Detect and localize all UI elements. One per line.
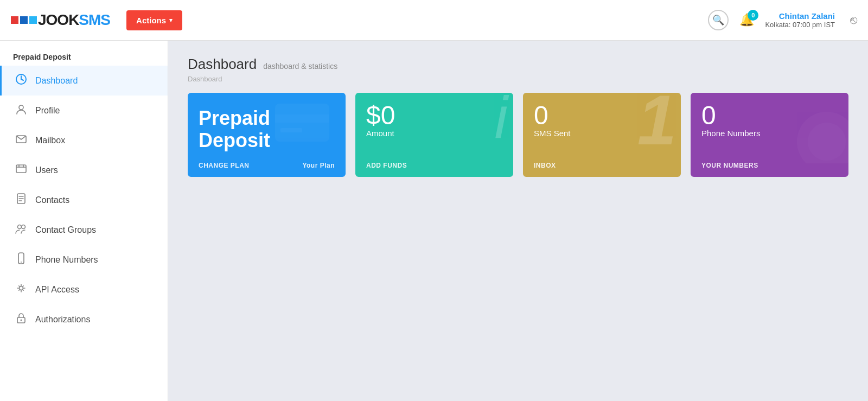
svg-point-8: [21, 262, 22, 263]
page-subtitle: dashboard & statistics: [263, 62, 337, 71]
sidebar-item-api-access-label: API Access: [35, 285, 79, 295]
phone-numbers-card[interactable]: 0 Phone Numbers YOUR NUMBERS: [691, 93, 848, 177]
svg-point-11: [21, 320, 22, 321]
svg-point-1: [19, 105, 23, 110]
topbar: JOOKSMS Actions ▾ 🔍 🔔 0 Chintan Zalani K…: [0, 0, 868, 41]
dashboard-cards: Prepaid Deposit CHANGE PLAN Your Plan i …: [188, 93, 848, 177]
sidebar-item-contacts-label: Contacts: [35, 195, 69, 205]
prepaid-deposit-title: Prepaid Deposit: [199, 107, 335, 152]
sidebar-item-users-label: Users: [35, 166, 58, 175]
sidebar-item-dashboard[interactable]: Dashboard: [0, 66, 168, 96]
sms-sent-footer: INBOX: [534, 162, 670, 169]
search-icon: 🔍: [712, 14, 724, 26]
sidebar-item-phone-numbers[interactable]: Phone Numbers: [0, 245, 168, 275]
logo-icon: [11, 16, 37, 24]
contact-groups-icon: [15, 222, 28, 237]
page-header: Dashboard dashboard & statistics Dashboa…: [188, 56, 848, 83]
notifications-button[interactable]: 🔔 0: [739, 13, 754, 27]
logo-jook-text: JOOK: [38, 11, 79, 28]
logout-button[interactable]: ⎋: [850, 13, 857, 27]
prepaid-deposit-card[interactable]: Prepaid Deposit CHANGE PLAN Your Plan: [188, 93, 346, 177]
contacts-icon: [15, 193, 28, 207]
your-plan-label: Your Plan: [302, 162, 335, 169]
logo-sms-text: SMS: [79, 11, 110, 28]
user-time: Kolkata: 07:00 pm IST: [765, 21, 835, 29]
main-layout: Prepaid Deposit Dashboard Profile: [0, 41, 868, 401]
inbox-label[interactable]: INBOX: [534, 162, 556, 169]
phone-numbers-icon: [15, 252, 28, 267]
phone-numbers-value: 0: [701, 103, 838, 129]
sidebar-item-authorizations[interactable]: Authorizations: [0, 304, 168, 334]
amount-label: Amount: [366, 129, 502, 138]
logo-blue-square: [20, 16, 28, 24]
sidebar-item-contacts[interactable]: Contacts: [0, 185, 168, 215]
dashboard-icon: [15, 73, 28, 88]
users-icon: [15, 163, 28, 177]
svg-rect-3: [16, 165, 26, 173]
add-funds-label[interactable]: ADD FUNDS: [366, 162, 407, 169]
sidebar-item-contact-groups-label: Contact Groups: [35, 225, 96, 235]
notification-badge: 0: [748, 10, 758, 21]
user-info: Chintan Zalani Kolkata: 07:00 pm IST: [765, 11, 835, 29]
phone-numbers-label: Phone Numbers: [701, 129, 838, 138]
amount-value: $0: [366, 103, 502, 129]
sidebar-item-contact-groups[interactable]: Contact Groups: [0, 215, 168, 245]
sidebar: Prepaid Deposit Dashboard Profile: [0, 41, 168, 401]
change-plan-label[interactable]: CHANGE PLAN: [199, 162, 250, 169]
breadcrumb: Dashboard: [188, 75, 848, 83]
sidebar-item-phone-numbers-label: Phone Numbers: [35, 255, 98, 265]
svg-point-6: [22, 225, 25, 229]
page-title-row: Dashboard dashboard & statistics: [188, 56, 848, 73]
sidebar-item-users[interactable]: Users: [0, 155, 168, 185]
sms-sent-value: 0: [534, 103, 670, 129]
mailbox-icon: [15, 133, 28, 148]
actions-label: Actions: [136, 16, 166, 25]
sidebar-section-label: Prepaid Deposit: [0, 41, 168, 66]
profile-icon: [15, 103, 28, 118]
search-button[interactable]: 🔍: [708, 10, 729, 30]
topbar-right: 🔍 🔔 0 Chintan Zalani Kolkata: 07:00 pm I…: [708, 10, 857, 30]
sidebar-item-dashboard-label: Dashboard: [35, 76, 78, 86]
api-access-icon: [15, 282, 28, 297]
sidebar-item-profile[interactable]: Profile: [0, 96, 168, 125]
actions-button[interactable]: Actions ▾: [126, 10, 182, 30]
sms-sent-label: SMS Sent: [534, 129, 670, 138]
sidebar-item-authorizations-label: Authorizations: [35, 315, 90, 324]
your-numbers-label[interactable]: YOUR NUMBERS: [701, 162, 758, 169]
user-name: Chintan Zalani: [765, 11, 835, 21]
logo-red-square: [11, 16, 18, 24]
amount-footer: ADD FUNDS: [366, 162, 502, 169]
sidebar-item-mailbox-label: Mailbox: [35, 136, 65, 145]
sidebar-item-mailbox[interactable]: Mailbox: [0, 125, 168, 155]
authorizations-icon: [15, 312, 28, 327]
logo: JOOKSMS: [11, 11, 110, 29]
logo-cyan-square: [29, 16, 37, 24]
sms-sent-card[interactable]: 1 0 SMS Sent INBOX: [523, 93, 681, 177]
actions-chevron-icon: ▾: [169, 17, 173, 24]
svg-point-5: [18, 225, 22, 229]
sidebar-item-profile-label: Profile: [35, 106, 60, 116]
prepaid-deposit-footer: CHANGE PLAN Your Plan: [199, 162, 335, 169]
phone-numbers-footer: YOUR NUMBERS: [701, 162, 838, 169]
sidebar-item-api-access[interactable]: API Access: [0, 275, 168, 304]
amount-card[interactable]: i $0 Amount ADD FUNDS: [355, 93, 513, 177]
page-title: Dashboard: [188, 56, 257, 73]
main-content: Dashboard dashboard & statistics Dashboa…: [168, 41, 868, 401]
